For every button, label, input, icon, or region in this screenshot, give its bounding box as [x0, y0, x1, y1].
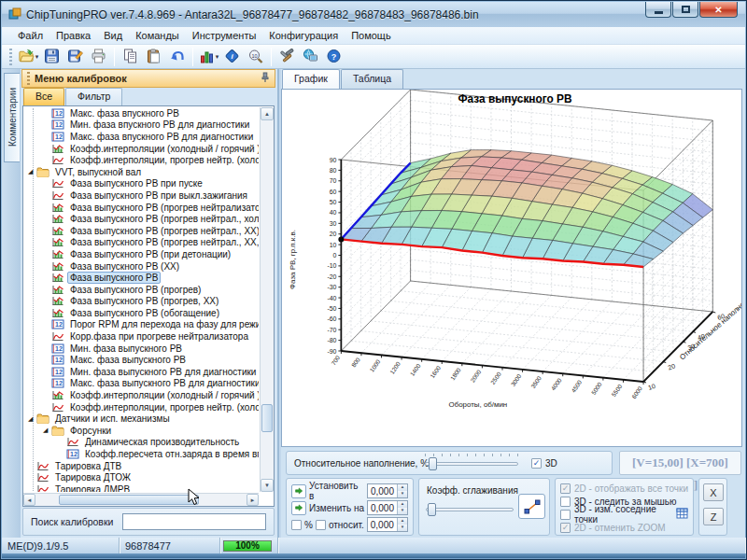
tree-item[interactable]: Фаза выпускного РВ (прогрев нейтрализато…: [23, 202, 259, 214]
percent-checkbox[interactable]: [291, 520, 302, 530]
tree-item[interactable]: Динамическая производительность: [23, 437, 259, 449]
3d-checkbox[interactable]: ✓: [531, 458, 542, 469]
fill-slider[interactable]: [425, 457, 518, 470]
tree-item[interactable]: Коэфф.интерполяции (холодный / горячий ): [23, 143, 259, 155]
tree-folder[interactable]: ◢VVT, выпускной вал: [23, 166, 259, 178]
interpolate-button[interactable]: [518, 494, 545, 519]
compare-maps-button[interactable]: ▾: [197, 46, 220, 67]
menu-item[interactable]: Правка: [49, 28, 97, 43]
tree-folder[interactable]: ◢Датчики и исп. механизмы: [23, 413, 259, 425]
apply-change-button[interactable]: [291, 501, 306, 515]
tree-item[interactable]: Фаза выпускного РВ при пуске: [23, 178, 259, 190]
scroll-right-icon[interactable]: ►: [247, 494, 259, 506]
apply-set-button[interactable]: [291, 484, 306, 498]
surface-chart[interactable]: -90-80-70-60-50-40-30-20-100102030405060…: [281, 89, 742, 447]
save-file-button[interactable]: [40, 46, 63, 67]
menu-item[interactable]: Инструменты: [186, 28, 263, 43]
tree-item[interactable]: Фаза выпускного РВ (прогрев): [23, 284, 259, 296]
print-button[interactable]: [87, 46, 110, 67]
tree-item[interactable]: Корр.фаза при прогреве нейтрализатора: [23, 330, 259, 343]
display-option[interactable]: ✓2D - отображать все точки: [560, 482, 688, 495]
save-as-button[interactable]: [63, 46, 87, 67]
map-info-button[interactable]: i: [220, 46, 244, 67]
smoothing-slider[interactable]: [426, 503, 514, 516]
change-value-spinner[interactable]: 0,000▲▼: [367, 500, 408, 515]
menu-item[interactable]: Файл: [11, 28, 49, 43]
settings-tools-button[interactable]: [275, 46, 299, 67]
tree-item[interactable]: Фаза выпускного РВ при выкл.зажигания: [23, 189, 259, 202]
tree-folder[interactable]: ◢Форсунки: [23, 425, 259, 437]
undo-button[interactable]: [165, 46, 189, 67]
tree-item[interactable]: 12Макс. фаза впускного РВ: [23, 107, 259, 119]
tab-all[interactable]: Все: [23, 88, 64, 105]
vertical-scrollbar[interactable]: ▲ ▼: [260, 107, 274, 492]
tree-item[interactable]: Тарировка ДТОЖ: [23, 471, 259, 483]
tree-item[interactable]: Фаза выпускного РВ (прогрев нейтрал., хо…: [23, 213, 259, 225]
menu-item[interactable]: Команды: [129, 28, 186, 43]
tree-item[interactable]: Фаза выпускного РВ: [23, 272, 259, 284]
tree-item[interactable]: Фаза выпускного РВ (прогрев, ХХ): [23, 296, 259, 308]
toolbar-grip[interactable]: [9, 49, 12, 65]
online-update-button[interactable]: [299, 46, 322, 67]
paste-button[interactable]: [142, 46, 165, 67]
tree-item[interactable]: Фаза выпускного РВ (прогрев нейтрал., ХХ…: [23, 225, 259, 237]
tree-item[interactable]: Тарировка ДМРВ: [23, 483, 259, 492]
tree-item[interactable]: Коэфф.интерполяции, прогрев нейтр. (холо…: [23, 401, 259, 413]
expand-arrow-icon[interactable]: ◢: [43, 427, 51, 434]
tree-item[interactable]: Фаза выпускного РВ (обогащение): [23, 307, 259, 319]
menu-item[interactable]: Вид: [97, 28, 129, 43]
search-input[interactable]: [122, 513, 266, 530]
scrollbar-thumb[interactable]: [261, 404, 273, 432]
close-button[interactable]: ✕: [699, 2, 738, 18]
minimize-button[interactable]: [645, 2, 671, 18]
dropdown-caret-icon[interactable]: ▾: [35, 53, 39, 61]
svg-text:80: 80: [330, 167, 337, 174]
scroll-up-icon[interactable]: ▲: [261, 107, 274, 120]
panel-grip[interactable]: [27, 72, 30, 85]
tree-item[interactable]: 12Порог RPM для перехода на фазу для реж…: [23, 319, 259, 331]
tree-item[interactable]: Фаза выпускного РВ (при детонации): [23, 248, 259, 260]
open-file-button[interactable]: ▾: [17, 46, 40, 67]
tree-item[interactable]: 12Макс. фаза выпускного РВ для диагности…: [23, 378, 259, 390]
tree-item[interactable]: Тарировка ДТВ: [23, 460, 259, 472]
tree-item[interactable]: 12Мин. фаза выпускного РВ для диагностик…: [23, 366, 259, 378]
set-value-spinner[interactable]: 0,000▲▼: [367, 483, 408, 498]
scrollbar-thumb[interactable]: [59, 495, 199, 505]
tab-table[interactable]: Таблица: [341, 69, 403, 89]
display-option[interactable]: 3D - изм. соседние точки: [560, 508, 688, 521]
tree-item[interactable]: Коэфф.интерполяции, прогрев нейтр. (холо…: [23, 154, 259, 166]
svg-text:12: 12: [55, 345, 63, 352]
relative-value-spinner[interactable]: 0,000▲▼: [367, 517, 408, 532]
expand-arrow-icon[interactable]: ◢: [28, 168, 36, 175]
menu-item[interactable]: Помощь: [345, 28, 398, 43]
tree-item[interactable]: Коэфф.интерполяции (холодный / горячий ): [23, 389, 259, 401]
svg-text:-50: -50: [327, 305, 336, 312]
horizontal-scrollbar[interactable]: ◄ ►: [23, 493, 259, 506]
tree-item[interactable]: 12Макс. фаза впускного РВ для диагностик…: [23, 131, 259, 143]
tree-item[interactable]: 12Макс. фаза выпускного РВ: [23, 354, 259, 366]
checkbox[interactable]: [560, 497, 571, 507]
help-button[interactable]: ?: [322, 46, 345, 67]
copy-button[interactable]: [119, 46, 142, 67]
scroll-down-icon[interactable]: ▼: [261, 479, 274, 492]
grid-icon[interactable]: [676, 508, 688, 521]
expand-arrow-icon[interactable]: ◢: [28, 415, 36, 423]
maximize-button[interactable]: [672, 2, 698, 18]
tree-item[interactable]: Фаза выпускного РВ (ХХ): [23, 260, 259, 273]
relative-checkbox[interactable]: [316, 520, 326, 530]
tab-graph[interactable]: График: [282, 69, 340, 89]
pin-icon[interactable]: [261, 72, 270, 85]
zoom-10-button[interactable]: 10: [244, 46, 267, 67]
tab-filter[interactable]: Фильтр: [65, 88, 122, 105]
dropdown-caret-icon[interactable]: ▾: [216, 53, 219, 61]
x-axis-button[interactable]: X: [703, 483, 724, 501]
tree-item[interactable]: 12Мин. фаза впускного РВ для диагностики: [23, 119, 259, 132]
tree-item[interactable]: 12Мин. фаза выпускного РВ: [23, 343, 259, 355]
menu-item[interactable]: Конфигурация: [262, 28, 345, 43]
comments-tab[interactable]: Комментарии: [4, 73, 20, 162]
z-axis-button[interactable]: Z: [703, 508, 724, 525]
checkbox[interactable]: [560, 510, 571, 520]
tree-item[interactable]: 12Коэфф.пересчета отн.заряда в время впр…: [23, 448, 259, 460]
scroll-left-icon[interactable]: ◄: [23, 494, 35, 506]
tree-item[interactable]: Фаза выпускного РВ (прогрев нейтрал., ХХ…: [23, 237, 259, 249]
